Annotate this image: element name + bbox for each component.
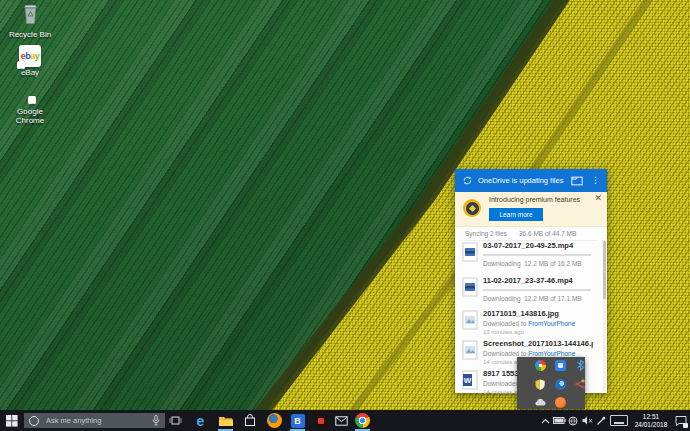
progress-bar: [483, 254, 591, 256]
progress-bar: [483, 289, 591, 291]
file-status: Downloading 12.2 MB of 16.2 MB: [483, 260, 597, 267]
action-center-icon[interactable]: [672, 410, 690, 431]
cortana-icon: [29, 416, 39, 426]
chrome-taskbar-icon[interactable]: [351, 410, 374, 431]
premium-gem-icon: [463, 199, 481, 217]
onedrive-flyout-header: OneDrive is updating files... ⋮: [455, 169, 607, 192]
file-time-ago: 13 minutes ago: [483, 329, 524, 335]
desktop-icon-recycle-bin[interactable]: Recycle Bin: [2, 2, 58, 44]
clock-time: 12:51: [643, 413, 659, 420]
file-status-word: Downloaded to: [483, 320, 526, 327]
ebay-letter: y: [35, 51, 40, 61]
file-status: Downloading 12.2 MB of 17.1 MB: [483, 295, 597, 302]
media-app-icon[interactable]: [309, 410, 332, 431]
file-name: 11-02-2017_23-37-46.mp4: [483, 276, 593, 285]
file-status-amount: 12.2 MB of 16.2 MB: [524, 260, 581, 267]
file-status-word: Downloading: [483, 295, 521, 302]
desktop-icon-label: eBay: [2, 68, 58, 77]
open-folder-icon[interactable]: [571, 176, 583, 186]
clock-date: 24/01/2018: [635, 421, 668, 428]
b-app-icon[interactable]: B: [286, 410, 309, 431]
microphone-icon[interactable]: [152, 415, 160, 426]
battery-icon[interactable]: [552, 410, 566, 431]
desktop-icon-google-chrome[interactable]: Google Chrome: [2, 88, 58, 130]
network-icon[interactable]: [566, 410, 580, 431]
edge-icon[interactable]: e: [189, 410, 212, 431]
svg-text:W: W: [464, 376, 472, 385]
learn-more-button[interactable]: Learn more: [489, 208, 543, 221]
cloud-paused-icon[interactable]: [534, 396, 546, 408]
scrollbar-thumb[interactable]: [603, 241, 606, 299]
desktop-icon-ebay[interactable]: ebay eBay: [2, 45, 58, 87]
file-name: Screenshot_20171013-144146.png: [483, 339, 593, 348]
image-file-icon: [462, 310, 478, 334]
edge-glyph: e: [197, 414, 205, 428]
file-row[interactable]: 03-07-2017_20-49-25.mp4 Downloading 12.2…: [455, 241, 607, 275]
pen-icon[interactable]: [594, 410, 608, 431]
file-destination: Downloaded to FromYourPhone: [483, 350, 597, 357]
task-view-button[interactable]: [164, 410, 187, 431]
sync-status-files: Syncing 2 files: [465, 230, 507, 237]
cortana-search-box[interactable]: [24, 413, 165, 428]
system-tray: 12:51 24/01/2018: [538, 410, 690, 431]
premium-banner: Introducing premium features Learn more …: [455, 192, 607, 227]
volume-muted-icon[interactable]: [580, 410, 594, 431]
word-file-icon: W: [462, 370, 478, 394]
destination-link[interactable]: FromYourPhone: [528, 350, 575, 357]
mail-icon[interactable]: [330, 410, 353, 431]
onedrive-title: OneDrive is updating files...: [478, 176, 564, 185]
screen: Recycle Bin ebay eBay Google Chrome: [0, 0, 690, 431]
taskbar: e B: [0, 410, 690, 431]
banner-close-icon[interactable]: ✕: [594, 193, 602, 203]
blue-app-icon[interactable]: [554, 359, 566, 371]
start-button[interactable]: [0, 410, 24, 431]
touch-keyboard-icon[interactable]: [610, 415, 628, 426]
video-file-icon: [462, 277, 478, 301]
b-app-glyph: B: [291, 414, 305, 428]
photos-pinwheel-icon[interactable]: [534, 359, 546, 371]
bluetooth-icon[interactable]: [574, 359, 586, 371]
file-status-amount: 12.2 MB of 17.1 MB: [524, 295, 581, 302]
desktop-icon-label: Recycle Bin: [2, 30, 58, 39]
sync-status-line: Syncing 2 files 36.6 MB of 44.7 MB: [465, 226, 597, 241]
store-icon[interactable]: [238, 410, 261, 431]
ebay-icon: ebay: [19, 45, 41, 67]
image-file-icon: [462, 340, 478, 364]
file-row[interactable]: 20171015_143816.jpg Downloaded to FromYo…: [455, 309, 607, 339]
file-destination: Downloaded to FromYourPhone: [483, 320, 597, 327]
file-row[interactable]: 11-02-2017_23-37-46.mp4 Downloading 12.2…: [455, 276, 607, 309]
shield-app-icon[interactable]: [534, 378, 546, 390]
sync-status-totals: 36.6 MB of 44.7 MB: [519, 230, 576, 237]
video-file-icon: [462, 242, 478, 266]
file-name: 20171015_143816.jpg: [483, 309, 593, 318]
firefox-icon[interactable]: [263, 410, 286, 431]
file-explorer-icon[interactable]: [214, 410, 237, 431]
file-status-word: Downloaded to: [483, 350, 526, 357]
sync-icon: [462, 175, 473, 186]
tray-overflow-popup: [517, 357, 585, 409]
search-input[interactable]: [44, 415, 152, 426]
orange-app-icon[interactable]: [554, 396, 566, 408]
scrollbar[interactable]: [603, 241, 606, 391]
destination-link[interactable]: FromYourPhone: [528, 320, 575, 327]
chevron-up-icon[interactable]: [538, 410, 552, 431]
kebab-menu-icon[interactable]: ⋮: [591, 176, 600, 185]
share-app-icon[interactable]: [574, 378, 586, 390]
shortcut-arrow-icon: [17, 61, 25, 69]
file-status-word: Downloading: [483, 260, 521, 267]
taskbar-clock[interactable]: 12:51 24/01/2018: [632, 413, 670, 429]
swirl-app-icon[interactable]: [554, 378, 566, 390]
recycle-bin-icon: [19, 2, 42, 29]
file-name: 03-07-2017_20-49-25.mp4: [483, 241, 593, 250]
premium-banner-text: Introducing premium features: [489, 196, 580, 203]
shortcut-arrow-icon: [28, 96, 36, 104]
notification-badge: [683, 423, 688, 428]
